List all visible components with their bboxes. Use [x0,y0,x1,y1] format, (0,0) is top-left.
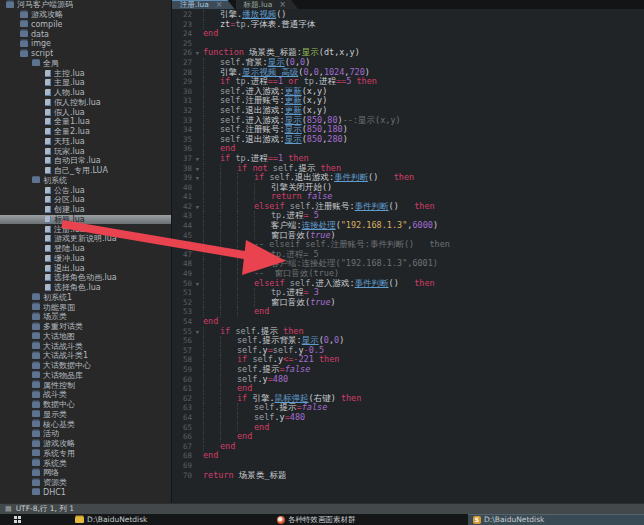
tree-item[interactable]: 全量1.lua [0,117,171,127]
fold-icon[interactable]: ▼ [192,164,203,174]
tree-item[interactable]: 游戏攻略 [0,10,171,20]
tree-item[interactable]: 人物.lua [0,88,171,98]
tree-item[interactable]: 网络 [0,468,171,478]
code-area[interactable]: 22引擎.播放视频()23zt=tp.字体表.普通字体24end2526▼fun… [172,9,644,503]
tree-item[interactable]: 创建.lua [0,205,171,215]
fold-gutter [192,10,203,20]
fold-gutter [192,432,203,442]
tree-item[interactable]: 初系统1 [0,293,171,303]
token-kw: then [321,164,341,173]
tree-item[interactable]: 天珏.lua [0,137,171,147]
tree-item[interactable]: 假人.lua [0,107,171,117]
tree-item[interactable]: 游戏攻略 [0,439,171,449]
taskbar-item-browser[interactable]: 各种特效画面素材群 [272,514,361,525]
code-line: 28引擎.显示视频_高级(0,0,1024,720) [172,68,644,78]
fold-icon[interactable]: ▼ [192,173,203,183]
tree-item[interactable]: 退出.lua [0,263,171,273]
token-var: self [235,327,255,336]
close-icon[interactable]: × [279,0,286,9]
tree-item[interactable]: data [0,29,171,39]
tree-item[interactable]: 分区.lua [0,195,171,205]
line-number: 39 [172,173,192,183]
tree-item[interactable]: 假人控制.lua [0,98,171,108]
code-text: if 引擎.鼠标弹起(右键) then [203,394,361,404]
fold-icon[interactable]: ▼ [192,327,203,337]
tab-register-lua[interactable]: 注册.lua × [172,0,235,9]
tree-item[interactable]: 大话战斗类1 [0,351,171,361]
tree-item[interactable]: 全局 [0,59,171,69]
tree-item[interactable]: DHC1 [0,488,171,498]
token-id: 引擎 [220,10,237,19]
tree-item[interactable]: 全量2.lua [0,127,171,137]
tree-item[interactable]: 河马客户端源码 [0,0,171,10]
tab-label: 注册.lua [180,0,209,9]
folder-icon [32,450,40,456]
tree-item[interactable]: 核心基类 [0,419,171,429]
taskbar: D:\BaiduNetdisk 各种特效画面素材群 S D:\BaiduNetd… [0,514,644,525]
tree-item[interactable]: 主控.lua [0,68,171,78]
tree-item[interactable]: 选择角色.lua [0,283,171,293]
tree-item[interactable]: 主显.lua [0,78,171,88]
fold-icon[interactable]: ▼ [192,154,203,164]
indent-guide [220,355,237,365]
tree-item[interactable]: 大话物品库 [0,371,171,381]
line-number: 60 [172,375,192,385]
tree-item[interactable]: 初系统 [0,176,171,186]
tab-title-lua[interactable]: 标题.lua × [236,0,299,9]
token-kw: then [341,394,361,403]
tree-item-label: 自己_专用.LUA [54,166,108,176]
token-num: 480 [290,413,305,422]
code-line: 68end [172,451,644,461]
start-button[interactable] [14,516,21,523]
tree-item[interactable]: 缓冲.lua [0,254,171,264]
tree-item[interactable]: 系统类 [0,458,171,468]
tree-item[interactable]: compile [0,20,171,30]
line-number: 40 [172,183,192,193]
tree-item-label: 网络 [43,468,59,478]
tree-item[interactable]: 游戏更新说明.lua [0,234,171,244]
taskbar-item-editor-active[interactable]: S D:\BaiduNetdisk [468,514,644,525]
tree-item[interactable]: 登陆.lua [0,244,171,254]
tree-item[interactable]: 战斗类 [0,390,171,400]
token-var: self [252,355,272,364]
indent-guide [203,77,220,87]
tree-item[interactable]: 数据中心 [0,400,171,410]
tree-item[interactable]: 大话数据中心 [0,361,171,371]
tree-item[interactable]: 大话地图 [0,332,171,342]
tree-item[interactable]: script [0,49,171,59]
tree-item-label: 公告.lua [54,185,85,195]
code-text: tp.进程= 5 [203,211,319,221]
tree-item-selected[interactable]: 标题.lua [0,215,171,225]
line-number: 27 [172,58,192,68]
close-icon[interactable]: × [216,0,223,9]
fold-icon[interactable]: ▼ [192,279,203,289]
code-text: tp.进程= 5 [203,250,319,260]
tree-item[interactable]: 自己_专用.LUA [0,166,171,176]
tree-item[interactable]: 选择角色动画.lua [0,273,171,283]
line-number: 65 [172,423,192,433]
tree-item[interactable]: imge [0,39,171,49]
tree-item[interactable]: 活动 [0,429,171,439]
tree-item[interactable]: 大话战斗类 [0,341,171,351]
tree-item[interactable]: 公告.lua [0,185,171,195]
fold-gutter [192,298,203,308]
tree-item[interactable]: 自动日常.lua [0,156,171,166]
tree-item[interactable]: 功能界面 [0,302,171,312]
tree-item[interactable]: 注册.lua [0,224,171,234]
code-line: 31self.注册账号:更新(x,y) [172,96,644,106]
tree-item[interactable]: 属性控制 [0,380,171,390]
tree-item[interactable]: 显示类 [0,410,171,420]
tree-item[interactable]: 场景类 [0,312,171,322]
code-text: 引擎.显示视频_高级(0,0,1024,720) [203,68,370,78]
tree-item[interactable]: 玩家.lua [0,146,171,156]
tree-item[interactable]: 资源类 [0,478,171,488]
code-text: end [203,29,218,39]
code-line: 46-- elseif self.注册账号:事件判断() then [172,240,644,250]
tree-item[interactable]: 多重对话类 [0,322,171,332]
tree-item[interactable]: 系统专用 [0,449,171,459]
line-number: 62 [172,394,192,404]
taskbar-item-explorer[interactable]: D:\BaiduNetdisk [70,514,152,525]
fold-icon[interactable]: ▼ [192,48,203,58]
fold-icon[interactable]: ▼ [192,202,203,212]
code-text: self.注册账号:显示(850,180) [203,125,348,135]
